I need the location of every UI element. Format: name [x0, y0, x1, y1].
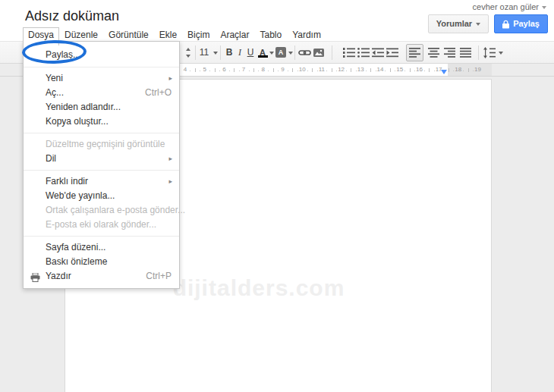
- ruler-number: 14: [377, 66, 384, 73]
- ruler-tick: [370, 68, 371, 72]
- ruler-tick: [410, 68, 411, 72]
- text-color-button[interactable]: A: [257, 45, 268, 61]
- ruler-tick: [351, 68, 351, 72]
- menu-item-yeni[interactable]: Yeni ▸: [24, 71, 179, 86]
- ruler-tick: [258, 71, 259, 71]
- ruler-tick: [268, 71, 269, 71]
- decrease-indent-icon[interactable]: [372, 47, 384, 61]
- align-center-icon[interactable]: [428, 47, 440, 61]
- ruler-tick: [376, 71, 376, 71]
- menu-item-baski-onizleme[interactable]: Baskı önizleme: [24, 255, 179, 269]
- ruler-tick: [424, 71, 425, 71]
- submenu-arrow-icon: ▸: [168, 152, 172, 166]
- shortcut-label: Ctrl+O: [145, 86, 172, 100]
- insert-image-icon[interactable]: [313, 47, 325, 61]
- align-right-icon[interactable]: [444, 47, 456, 61]
- ruler-tick: [356, 71, 357, 71]
- font-size-dropdown[interactable]: 11: [197, 45, 211, 61]
- ruler-tick: [273, 68, 274, 72]
- ruler-number: 19: [474, 66, 481, 73]
- ruler-tick: [209, 71, 210, 71]
- caret-down-icon: [476, 23, 480, 26]
- bulleted-list-icon[interactable]: [357, 47, 370, 61]
- ruler-tick: [253, 68, 254, 72]
- ruler-tick: [317, 71, 318, 71]
- menu-item-ortak-calisanlara-eposta: Ortak çalışanlara e-posta gönder...: [24, 203, 179, 218]
- ruler-tick: [234, 68, 235, 72]
- underline-button[interactable]: U: [245, 45, 256, 61]
- caret-down-icon: [542, 6, 546, 9]
- ruler-number: 11: [319, 66, 325, 73]
- ruler-tick: [429, 68, 430, 72]
- ruler-tick: [190, 71, 190, 71]
- ruler-tick: [326, 71, 327, 71]
- numbered-list-icon[interactable]: [343, 47, 355, 61]
- menu-separator: [24, 67, 179, 67]
- menu-item-eposta-eki: E-posta eki olarak gönder...: [24, 218, 179, 232]
- menu-item-duzeltme-gecmisi: Düzeltme geçmişini görüntüle: [24, 137, 179, 152]
- ruler-tick: [288, 71, 288, 71]
- menu-item-dil[interactable]: Dil ▸: [24, 152, 179, 166]
- ruler-tick: [312, 68, 313, 72]
- share-button[interactable]: Paylaş: [494, 14, 548, 33]
- ruler-tick: [336, 71, 337, 71]
- printer-icon: [30, 272, 40, 287]
- caret-down-icon[interactable]: [499, 52, 503, 55]
- ruler-tick: [390, 68, 391, 72]
- menu-item-webde-yayinla[interactable]: Web'de yayınla...: [24, 189, 179, 203]
- ruler-tick: [200, 71, 200, 71]
- menu-item-ac[interactable]: Aç... Ctrl+O: [24, 86, 179, 100]
- menu-item-farkli-indir[interactable]: Farklı indir ▸: [24, 174, 179, 189]
- increase-indent-icon[interactable]: [386, 47, 398, 61]
- ruler-tick: [404, 71, 405, 71]
- caret-down-icon[interactable]: [288, 52, 293, 55]
- file-menu-dropdown: Paylaş... Yeni ▸ Aç... Ctrl+O Yeniden ad…: [23, 41, 180, 289]
- menu-item-yeniden-adlandir[interactable]: Yeniden adlandır...: [24, 100, 179, 114]
- ruler-tick: [346, 71, 347, 71]
- header-actions: Yorumlar Paylaş: [428, 14, 548, 33]
- highlight-color-button[interactable]: A: [275, 47, 286, 58]
- document-title[interactable]: Adsız doküman: [25, 8, 119, 24]
- ruler-number: 18: [455, 66, 461, 73]
- align-left-button-selected[interactable]: [406, 44, 423, 61]
- menu-item-sayfa-duzeni[interactable]: Sayfa düzeni...: [24, 240, 179, 255]
- margin-marker-icon[interactable]: [441, 70, 447, 74]
- comments-button-label: Yorumlar: [436, 19, 472, 28]
- share-button-label: Paylaş: [513, 15, 540, 33]
- comments-button[interactable]: Yorumlar: [428, 14, 489, 33]
- menu-item-kopya-olustur[interactable]: Kopya oluştur...: [24, 114, 179, 129]
- ruler-number: 7: [242, 66, 245, 73]
- ruler-number: 10: [299, 66, 306, 73]
- menubar-item-dosya[interactable]: Dosya: [23, 27, 59, 45]
- ruler-number: 16: [416, 66, 423, 73]
- account-menu[interactable]: cevher ozan güler: [473, 2, 546, 11]
- ruler-tick: [449, 68, 449, 72]
- shortcut-label: Ctrl+P: [146, 269, 172, 284]
- font-stepper-icon[interactable]: [186, 48, 191, 58]
- ruler-number: 6: [222, 66, 225, 73]
- italic-button[interactable]: I: [235, 45, 244, 61]
- ruler-tick: [239, 71, 240, 71]
- ruler-tick: [468, 68, 469, 72]
- ruler-number: 5: [203, 66, 206, 73]
- ruler-tick: [473, 71, 474, 71]
- bold-button[interactable]: B: [224, 45, 235, 61]
- ruler-number: 15: [396, 66, 403, 73]
- ruler-tick: [366, 71, 367, 71]
- caret-down-icon[interactable]: [269, 52, 274, 55]
- submenu-arrow-icon: ▸: [168, 174, 172, 189]
- caret-down-icon[interactable]: [213, 52, 218, 55]
- menu-separator: [24, 133, 179, 133]
- justify-icon[interactable]: [460, 47, 472, 61]
- menu-item-paylas[interactable]: Paylaş...: [24, 46, 179, 63]
- ruler-tick: [385, 71, 386, 71]
- menu-item-yazdir[interactable]: Yazdır Ctrl+P: [24, 269, 179, 284]
- ruler-number: 12: [338, 66, 345, 73]
- submenu-arrow-icon: ▸: [168, 71, 172, 86]
- line-spacing-icon[interactable]: [483, 47, 496, 61]
- align-left-icon: [409, 47, 421, 58]
- ruler-tick: [278, 71, 279, 71]
- ruler-tick: [297, 71, 298, 71]
- insert-link-icon[interactable]: [298, 47, 311, 61]
- menu-separator: [24, 170, 179, 171]
